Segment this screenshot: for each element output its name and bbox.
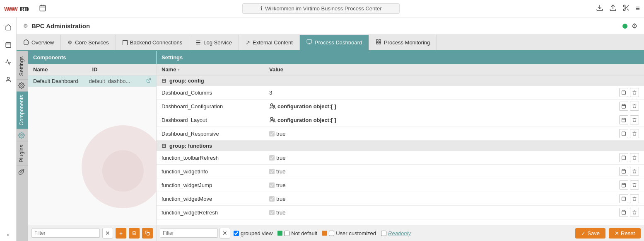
edit-btn-dashboard-columns[interactable]	[619, 88, 628, 97]
row-value-dashboard-configuration: configuration object:[ ]	[269, 103, 619, 110]
edit-btn-dashboard-responsive[interactable]	[619, 129, 628, 138]
side-tab-components-icon[interactable]	[17, 129, 28, 141]
row-name-widget-jump: function_widgetJump	[162, 182, 269, 188]
tab-process-dashboard[interactable]: Process Dashboard	[300, 35, 369, 50]
tab-overview[interactable]: Overview	[17, 35, 61, 50]
scissors-icon[interactable]	[622, 4, 630, 13]
svg-point-8	[623, 5, 625, 7]
grouped-view-checkbox-label[interactable]: grouped view	[234, 230, 273, 236]
tab-overview-icon	[23, 39, 29, 46]
svg-rect-51	[622, 156, 626, 160]
components-add-btn[interactable]: +	[116, 228, 126, 239]
not-default-checkbox-label[interactable]: Not default	[277, 230, 317, 236]
settings-filter-clear-btn[interactable]: ✕	[219, 228, 230, 239]
info-icon: ℹ	[260, 5, 263, 12]
config-object-config-label: configuration object:[ ]	[277, 103, 336, 110]
svg-rect-2	[40, 5, 46, 11]
components-copy-btn[interactable]	[142, 228, 153, 239]
side-tab-components-label: Components	[18, 95, 24, 126]
reset-button[interactable]: ✕ Reset	[609, 228, 641, 239]
menu-icon[interactable]: ≡	[636, 4, 640, 13]
grouped-view-checkbox[interactable]	[234, 231, 239, 236]
settings-table: Name ↑ Value ⊟ group: config Dashboard_C…	[157, 64, 644, 225]
settings-col-headers: Name ↑ Value	[157, 64, 644, 75]
calendar-icon[interactable]	[39, 4, 46, 13]
row-value-dashboard-columns: 3	[269, 90, 619, 96]
settings-row-dashboard-columns: Dashboard_Columns 3	[157, 86, 644, 100]
delete-btn-widget-refresh[interactable]	[630, 208, 639, 217]
delete-btn-dashboard-configuration[interactable]	[630, 102, 639, 111]
row-value-widget-jump: true	[269, 182, 619, 188]
settings-gear-icon[interactable]: ⚙	[632, 22, 637, 30]
readonly-checkbox-label[interactable]: Readonly	[381, 230, 411, 236]
edit-btn-widget-refresh[interactable]	[619, 208, 628, 217]
delete-btn-widget-info[interactable]	[630, 167, 639, 176]
edit-btn-widget-move[interactable]	[619, 194, 628, 203]
settings-col-value: Value	[269, 66, 639, 73]
tab-backend-connections[interactable]: Backend Connections	[116, 35, 189, 50]
components-col-id: ID	[92, 66, 152, 73]
side-tab-plugins[interactable]: Plugins	[17, 141, 28, 166]
delete-btn-dashboard-layout[interactable]	[630, 115, 639, 124]
delete-btn-widget-jump[interactable]	[630, 180, 639, 190]
upload-icon[interactable]	[609, 4, 617, 13]
svg-rect-24	[379, 42, 381, 44]
sidebar-expand-btn[interactable]: »	[7, 232, 10, 238]
side-tab-settings[interactable]: Settings	[17, 53, 28, 79]
delete-btn-widget-move[interactable]	[630, 194, 639, 203]
delete-btn-dashboard-columns[interactable]	[630, 88, 639, 97]
tab-monitoring-label: Process Monitoring	[384, 39, 430, 46]
topbar-actions: ≡	[596, 4, 640, 13]
user-customized-label: User customized	[336, 230, 376, 236]
edit-btn-widget-jump[interactable]	[619, 180, 628, 190]
not-default-label: Not default	[291, 230, 317, 236]
side-tab-plugins-icon[interactable]	[17, 166, 28, 178]
settings-header: Settings	[157, 51, 644, 64]
group-functions-collapse-icon[interactable]: ⊟	[162, 143, 166, 149]
readonly-label[interactable]: Readonly	[388, 230, 411, 236]
svg-rect-13	[6, 43, 11, 48]
row-name-dashboard-responsive: Dashboard_Responsive	[162, 131, 269, 137]
sidebar-home-btn[interactable]	[2, 21, 15, 34]
sidebar-calendar-btn[interactable]	[2, 38, 15, 51]
delete-btn-toolbar-refresh[interactable]	[630, 153, 639, 162]
settings-col-name: Name ↑	[162, 66, 269, 73]
save-checkmark-icon: ✓	[581, 230, 586, 236]
readonly-checkbox[interactable]	[381, 231, 386, 236]
components-title: Components	[33, 54, 66, 61]
sidebar-user-btn[interactable]	[2, 73, 15, 86]
not-default-color-indicator	[277, 231, 282, 236]
info-banner: ℹ Willkommen im Virtimo Business Process…	[242, 3, 400, 14]
user-customized-checkbox[interactable]	[329, 231, 334, 236]
tab-core-services[interactable]: ⚙ Core Services	[61, 35, 116, 50]
save-button[interactable]: ✓ Save	[575, 228, 605, 239]
edit-btn-dashboard-layout[interactable]	[619, 115, 628, 124]
settings-filter-input[interactable]	[160, 229, 218, 238]
tab-core-services-label: Core Services	[75, 39, 109, 46]
group-config-collapse-icon[interactable]: ⊟	[162, 78, 166, 84]
download-icon[interactable]	[596, 4, 603, 13]
edit-btn-dashboard-configuration[interactable]	[619, 102, 628, 111]
components-delete-btn[interactable]	[129, 228, 140, 239]
tab-external-content[interactable]: ↗ External Content	[239, 35, 300, 50]
tab-log-service[interactable]: ☰ Log Service	[189, 35, 239, 50]
page-title: BPC Administration	[31, 22, 90, 29]
edit-btn-toolbar-refresh[interactable]	[619, 153, 628, 162]
components-filter-clear-btn[interactable]: ✕	[102, 228, 113, 239]
component-row-default-dashboard[interactable]: Default Dashboard default_dashbo...	[28, 75, 156, 87]
user-customized-checkbox-label[interactable]: User customized	[322, 230, 376, 236]
settings-group-functions: ⊟ group: functions	[157, 141, 644, 151]
svg-rect-18	[307, 40, 312, 43]
external-link-icon[interactable]	[146, 78, 151, 84]
sidebar-chart-btn[interactable]	[2, 56, 15, 69]
side-tab-settings-icon[interactable]	[17, 79, 28, 91]
side-tab-components[interactable]: Components	[17, 91, 28, 129]
edit-btn-widget-info[interactable]	[619, 167, 628, 176]
delete-btn-dashboard-responsive[interactable]	[630, 129, 639, 138]
components-col-name: Name	[33, 66, 92, 73]
components-filter-input[interactable]	[31, 229, 100, 238]
tab-process-monitoring[interactable]: Process Monitoring	[369, 35, 437, 50]
not-default-checkbox[interactable]	[284, 231, 289, 236]
svg-rect-31	[622, 91, 626, 95]
sort-arrow-icon: ↑	[178, 68, 180, 72]
